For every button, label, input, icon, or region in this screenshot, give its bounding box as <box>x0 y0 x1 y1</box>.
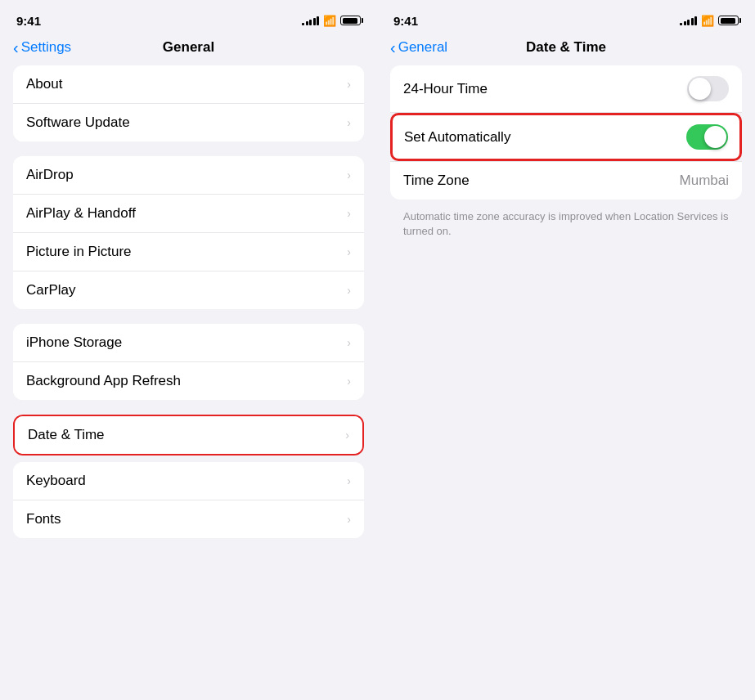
settings-group-1: About › Software Update › <box>13 65 364 141</box>
set-automatically-row[interactable]: Set Automatically <box>390 113 742 161</box>
general-back-button[interactable]: ‹ General <box>390 39 447 56</box>
back-chevron-icon: ‹ <box>13 39 19 56</box>
hint-text: Automatic time zone accuracy is improved… <box>403 209 729 239</box>
date-time-row-container: Date & Time › <box>13 415 364 455</box>
background-app-refresh-label: Background App Refresh <box>26 373 181 389</box>
right-wifi-icon: 📶 <box>701 15 714 27</box>
battery-icon <box>340 16 361 25</box>
software-update-row[interactable]: Software Update › <box>13 104 364 141</box>
fonts-row[interactable]: Fonts › <box>13 500 364 538</box>
airplay-handoff-label: AirPlay & Handoff <box>26 205 136 222</box>
left-status-bar: 9:41 📶 <box>0 0 377 36</box>
right-settings-content: 24-Hour Time Set Automatically Time Zone… <box>377 65 755 239</box>
right-panel: 9:41 📶 ‹ General Date & Time <box>377 0 755 700</box>
right-time: 9:41 <box>393 14 418 28</box>
right-nav-bar: ‹ General Date & Time <box>377 36 755 65</box>
settings-group-2: AirDrop › AirPlay & Handoff › Picture in… <box>13 156 364 309</box>
iphone-storage-label: iPhone Storage <box>26 334 122 351</box>
wifi-icon: 📶 <box>323 15 336 27</box>
date-time-label: Date & Time <box>28 427 105 443</box>
fonts-label: Fonts <box>26 511 61 527</box>
left-page-title: General <box>163 39 214 56</box>
right-status-icons: 📶 <box>680 15 739 27</box>
date-time-chevron-icon: › <box>345 429 349 442</box>
twenty-four-hour-row[interactable]: 24-Hour Time <box>390 65 742 113</box>
keyboard-chevron-icon: › <box>347 474 351 487</box>
background-app-refresh-row[interactable]: Background App Refresh › <box>13 362 364 400</box>
fonts-chevron-icon: › <box>347 513 351 526</box>
set-automatically-label: Set Automatically <box>404 129 510 146</box>
time-zone-value: Mumbai <box>680 173 729 189</box>
twenty-four-hour-toggle[interactable] <box>687 76 729 101</box>
left-status-icons: 📶 <box>302 15 361 27</box>
carplay-chevron-icon: › <box>347 284 351 297</box>
about-row[interactable]: About › <box>13 65 364 104</box>
picture-in-picture-chevron-icon: › <box>347 245 351 258</box>
carplay-row[interactable]: CarPlay › <box>13 271 364 309</box>
twenty-four-hour-label: 24-Hour Time <box>403 81 488 97</box>
right-signal-icon <box>680 16 697 25</box>
right-back-label: General <box>398 39 447 56</box>
left-time: 9:41 <box>16 14 41 28</box>
left-nav-bar: ‹ Settings General <box>0 36 377 65</box>
iphone-storage-row[interactable]: iPhone Storage › <box>13 324 364 362</box>
software-update-label: Software Update <box>26 114 130 131</box>
settings-group-3: iPhone Storage › Background App Refresh … <box>13 324 364 400</box>
settings-group-bottom: Keyboard › Fonts › <box>13 462 364 538</box>
hint-container: Automatic time zone accuracy is improved… <box>377 206 755 239</box>
signal-icon <box>302 16 319 25</box>
back-label: Settings <box>21 39 71 56</box>
right-back-chevron-icon: ‹ <box>390 39 396 56</box>
date-time-row[interactable]: Date & Time › <box>15 416 362 454</box>
left-panel: 9:41 📶 ‹ Settings General Abo <box>0 0 377 700</box>
right-status-bar: 9:41 📶 <box>377 0 755 36</box>
about-chevron-icon: › <box>347 78 351 91</box>
background-app-refresh-chevron-icon: › <box>347 375 351 388</box>
settings-back-button[interactable]: ‹ Settings <box>13 39 71 56</box>
right-battery-icon <box>718 16 739 25</box>
iphone-storage-chevron-icon: › <box>347 336 351 349</box>
airdrop-chevron-icon: › <box>347 168 351 182</box>
about-label: About <box>26 76 62 92</box>
picture-in-picture-row[interactable]: Picture in Picture › <box>13 233 364 271</box>
airplay-handoff-row[interactable]: AirPlay & Handoff › <box>13 195 364 233</box>
right-page-title: Date & Time <box>526 39 606 56</box>
software-update-chevron-icon: › <box>347 116 351 129</box>
left-settings-content: About › Software Update › AirDrop › AirP… <box>0 65 377 700</box>
keyboard-row[interactable]: Keyboard › <box>13 462 364 500</box>
keyboard-label: Keyboard <box>26 473 86 489</box>
set-automatically-toggle[interactable] <box>686 124 728 150</box>
airplay-handoff-chevron-icon: › <box>347 207 351 220</box>
airdrop-label: AirDrop <box>26 167 74 183</box>
picture-in-picture-label: Picture in Picture <box>26 244 132 260</box>
datetime-settings-group: 24-Hour Time Set Automatically Time Zone… <box>390 65 742 200</box>
airdrop-row[interactable]: AirDrop › <box>13 156 364 195</box>
time-zone-label: Time Zone <box>403 173 470 189</box>
carplay-label: CarPlay <box>26 282 75 298</box>
time-zone-row[interactable]: Time Zone Mumbai <box>390 161 742 200</box>
